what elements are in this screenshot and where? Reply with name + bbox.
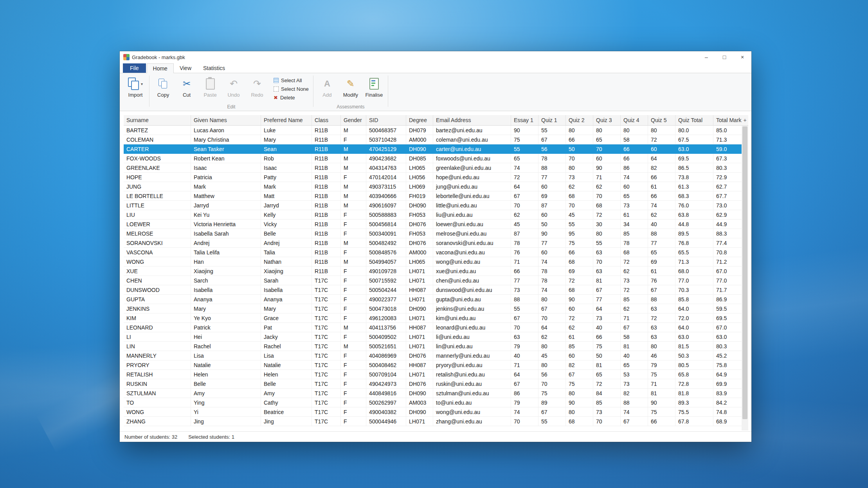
- cell: T17C: [312, 389, 341, 398]
- minimize-button[interactable]: –: [697, 51, 715, 63]
- cell: 87: [511, 229, 538, 238]
- column-header-given-names[interactable]: Given Names: [191, 115, 261, 126]
- copy-button[interactable]: Copy: [151, 76, 175, 99]
- student-row-mannerly[interactable]: MANNERLYLisaLisaT17CF404086969DH076manne…: [124, 351, 742, 360]
- cell: 63.0: [713, 332, 742, 342]
- student-row-liu[interactable]: LIUKei YuKellyR11BF500588883FH053liu@uni…: [124, 210, 742, 220]
- student-row-jenkins[interactable]: JENKINSMaryMaryT17CF500473018DH090jenkin…: [124, 304, 742, 313]
- column-header-quiz-5[interactable]: Quiz 5: [648, 115, 675, 126]
- import-button[interactable]: ▾ Import: [124, 76, 147, 99]
- student-row-leonard[interactable]: LEONARDPatrickPatT17CM404113756HH087leon…: [124, 323, 742, 332]
- cell: 73: [566, 173, 593, 182]
- vertical-scrollbar[interactable]: [742, 126, 748, 430]
- cell: 84.2: [713, 398, 742, 407]
- cell: 61: [648, 182, 675, 191]
- student-row-jung[interactable]: JUNGMarkMarkR11BM490373115LH069jung@uni.…: [124, 182, 742, 191]
- cell: 68: [566, 257, 593, 267]
- student-row-hope[interactable]: HOPEPatriciaPattyR11BF470142014LH056hope…: [124, 173, 742, 182]
- column-header-sid[interactable]: SID: [366, 115, 406, 126]
- student-row-soranovski[interactable]: SORANOVSKIAndrejAndrejR11BM500482492DH07…: [124, 238, 742, 248]
- cell: lebortelle@uni.edu.au: [433, 191, 511, 201]
- cell: F: [341, 248, 366, 257]
- student-row-le-bortelle[interactable]: LE BORTELLEMatthewMattR11BM403940666FH01…: [124, 191, 742, 201]
- modify-button[interactable]: ✎ Modify: [339, 76, 362, 99]
- student-row-retalish[interactable]: RETALISHHelenHelenT17CF500709104LH071ret…: [124, 370, 742, 379]
- cut-button[interactable]: ✂ Cut: [175, 76, 198, 99]
- column-header-class[interactable]: Class: [312, 115, 341, 126]
- student-row-gupta[interactable]: GUPTAAnanyaAnanyaT17CF490022377LH071gupt…: [124, 295, 742, 304]
- cell: 44.9: [713, 220, 742, 229]
- paste-button[interactable]: Paste: [198, 76, 222, 99]
- student-row-to[interactable]: TOYingCathyT17CF500262997AM003to@uni.edu…: [124, 398, 742, 407]
- copy-icon: [158, 79, 168, 89]
- cell: Luke: [261, 126, 312, 135]
- column-header-quiz-total[interactable]: Quiz Total: [675, 115, 713, 126]
- redo-button[interactable]: ↷ Redo: [245, 76, 269, 99]
- cell: 62: [648, 210, 675, 220]
- cell: 77: [538, 173, 566, 182]
- select-all-button[interactable]: Select All: [271, 76, 311, 84]
- student-row-kim[interactable]: KIMYe KyoGraceT17CF496120083LH071kim@uni…: [124, 313, 742, 323]
- column-header-quiz-3[interactable]: Quiz 3: [593, 115, 621, 126]
- column-header-preferred-name[interactable]: Preferred Name: [261, 115, 312, 126]
- tab-statistics[interactable]: Statistics: [197, 63, 231, 73]
- student-row-little[interactable]: LITTLEJarrydJarrydR11BM490616097DH090lit…: [124, 201, 742, 210]
- close-button[interactable]: ×: [733, 51, 751, 63]
- column-header-surname[interactable]: Surname: [124, 115, 191, 126]
- student-row-xue[interactable]: XUEXiaojingXiaojingR11BF490109728LH071xu…: [124, 267, 742, 276]
- column-header-gender[interactable]: Gender: [341, 115, 366, 126]
- column-header-quiz-1[interactable]: Quiz 1: [538, 115, 566, 126]
- cell: 56: [538, 370, 566, 379]
- add-column-button[interactable]: +: [742, 115, 748, 126]
- column-header-quiz-4[interactable]: Quiz 4: [621, 115, 648, 126]
- cell: 88: [648, 295, 675, 304]
- tab-view[interactable]: View: [174, 63, 197, 73]
- column-header-essay-1[interactable]: Essay 1: [511, 115, 538, 126]
- student-row-vascona[interactable]: VASCONATalia LelifaTaliaR11BF500848576AM…: [124, 248, 742, 257]
- cell: 75.5: [675, 407, 713, 417]
- select-none-button[interactable]: Select None: [271, 85, 311, 93]
- student-row-wong[interactable]: WONGYiBeatriceT17CF490040382DH090wong@un…: [124, 407, 742, 417]
- undo-button[interactable]: ↶ Undo: [222, 76, 245, 99]
- column-header-quiz-2[interactable]: Quiz 2: [566, 115, 593, 126]
- student-row-melrose[interactable]: MELROSEIsabella SarahBelleR11BF500340091…: [124, 229, 742, 238]
- student-row-li[interactable]: LIHeiJackyT17CF500409502LH071li@uni.edu.…: [124, 332, 742, 342]
- cell: M: [341, 154, 366, 163]
- column-header-email-address[interactable]: Email Address: [433, 115, 511, 126]
- maximize-button[interactable]: □: [715, 51, 733, 63]
- delete-button[interactable]: ✖ Delete: [271, 94, 311, 101]
- cell: Rob: [261, 154, 312, 163]
- finalise-button[interactable]: Finalise: [362, 76, 386, 99]
- tab-file[interactable]: File: [123, 63, 146, 73]
- student-row-chen[interactable]: CHENSarchSarahT17CF500715592LH071chen@un…: [124, 276, 742, 285]
- cell: 500709104: [366, 370, 406, 379]
- student-row-wong[interactable]: WONGHanNathanR11BM504994057LH065wong@uni…: [124, 257, 742, 267]
- cell: F: [341, 267, 366, 276]
- student-row-dunswood[interactable]: DUNSWOODIsabellaIsabellaT17CF500504244HH…: [124, 285, 742, 295]
- column-header-total-mark[interactable]: Total Mark: [713, 115, 742, 126]
- scrollbar-thumb[interactable]: [742, 126, 747, 419]
- column-header-degree[interactable]: Degree: [406, 115, 433, 126]
- student-row-greenlake[interactable]: GREENLAKEIsaacIsaacR11BM404314763LH065gr…: [124, 163, 742, 173]
- student-row-zhang[interactable]: ZHANGJingJingT17CF500044946LH071zhang@un…: [124, 417, 742, 426]
- student-row-coleman[interactable]: COLEMANMary ChristinaMaryR11BF503710428A…: [124, 135, 742, 144]
- cell: DH076: [406, 238, 433, 248]
- student-row-ruskin[interactable]: RUSKINBelleBelleT17CF490424973DH076ruski…: [124, 379, 742, 389]
- cell: 404086969: [366, 351, 406, 360]
- cell: 74: [648, 201, 675, 210]
- student-row-bartez[interactable]: BARTEZLucas AaronLukeR11BM500468357DH079…: [124, 126, 742, 135]
- cell: 66: [621, 144, 648, 154]
- student-row-sztulman[interactable]: SZTULMANAmyAmyT17CF440849816DH090sztulma…: [124, 389, 742, 398]
- cell: 76: [648, 276, 675, 285]
- chevron-down-icon[interactable]: ▾: [141, 82, 143, 86]
- cell: 70: [593, 417, 621, 426]
- student-row-loewer[interactable]: LOEWERVictoria HenriettaVickyR11BF500456…: [124, 220, 742, 229]
- add-button[interactable]: A Add: [315, 76, 339, 99]
- tab-home[interactable]: Home: [147, 63, 174, 73]
- cell: 44.8: [675, 220, 713, 229]
- student-row-carter[interactable]: CARTERSean TaskerSeanR11BM470425129DH090…: [124, 144, 742, 154]
- student-row-pryory[interactable]: PRYORYNatalieNatalieT17CF500408462HH087p…: [124, 360, 742, 370]
- student-row-lin[interactable]: LINRachelRachelT17CM500521651LH071lin@un…: [124, 342, 742, 351]
- student-row-fox-woods[interactable]: FOX-WOODSRobert KeanRobR11BM490423682DH0…: [124, 154, 742, 163]
- cell: 77.4: [713, 238, 742, 248]
